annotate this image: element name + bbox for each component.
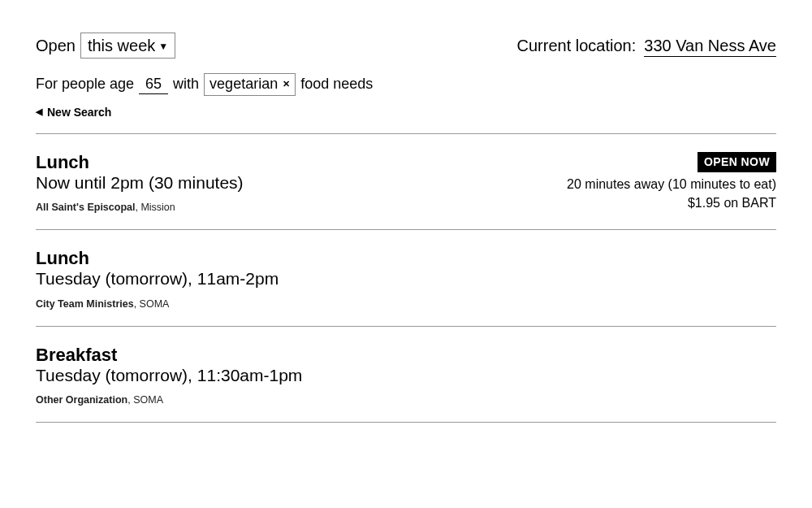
result-meal: Breakfast [36,345,302,365]
result-org-name: Other Organization [36,394,127,406]
current-location-label: Current location: [517,37,637,55]
result-schedule: Tuesday (tomorrow), 11am-2pm [36,268,279,289]
result-cost: $1.95 on BART [688,196,776,210]
new-search-label: New Search [47,106,111,119]
chevron-down-icon: ▼ [158,41,168,52]
result-item[interactable]: Breakfast Tuesday (tomorrow), 11:30am-1p… [36,326,776,423]
result-item[interactable]: Lunch Tuesday (tomorrow), 11am-2pm City … [36,229,776,326]
result-org-name: All Saint's Episcopal [36,202,135,213]
result-org: All Saint's Episcopal, Mission [36,202,244,213]
result-meal: Lunch [36,152,244,172]
new-search-button[interactable]: ◀ New Search [36,106,111,119]
diet-tag-label: vegetarian [209,76,278,93]
back-icon: ◀ [36,106,42,117]
result-org-name: City Team Ministries [36,298,134,310]
result-schedule: Tuesday (tomorrow), 11:30am-1pm [36,365,302,386]
close-icon[interactable]: ✕ [283,79,290,89]
result-meal: Lunch [36,248,279,268]
status-badge: OPEN NOW [698,152,776,173]
current-location-input[interactable]: 330 Van Ness Ave [644,37,776,57]
result-org: City Team Ministries, SOMA [36,298,279,310]
result-distance: 20 minutes away (10 minutes to eat) [567,177,776,191]
result-item[interactable]: Lunch Now until 2pm (30 minutes) All Sai… [36,133,776,230]
filter-suffix: food needs [300,76,373,93]
filter-age-prefix: For people age [36,76,134,93]
result-schedule: Now until 2pm (30 minutes) [36,172,244,193]
timeframe-value: this week [88,36,155,55]
timeframe-dropdown[interactable]: this week ▼ [80,33,175,59]
result-org-area: SOMA [140,298,170,310]
diet-tag[interactable]: vegetarian ✕ [204,73,296,96]
open-label: Open [36,37,76,55]
result-org-area: SOMA [133,394,163,406]
age-field[interactable] [139,76,168,94]
filter-with-label: with [173,76,199,93]
result-org: Other Organization, SOMA [36,394,302,406]
result-org-area: Mission [140,202,175,213]
